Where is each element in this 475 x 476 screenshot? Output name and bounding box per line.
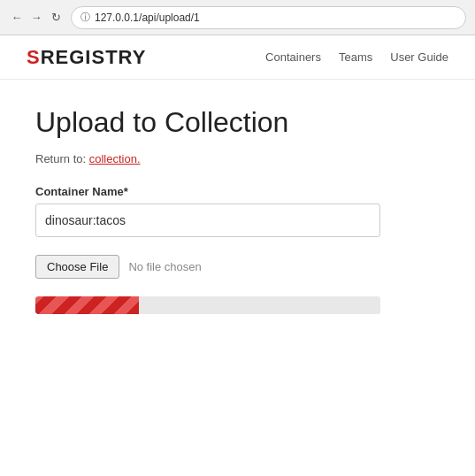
no-file-label: No file chosen xyxy=(128,260,201,273)
brand-logo[interactable]: SREGISTRY xyxy=(27,46,146,69)
choose-file-button[interactable]: Choose File xyxy=(35,255,119,279)
progress-container xyxy=(35,296,380,314)
back-button[interactable]: ← xyxy=(9,10,25,26)
brand-s: S xyxy=(27,46,41,68)
progress-bar xyxy=(35,296,139,314)
url-text: 127.0.0.1/api/upload/1 xyxy=(95,12,200,24)
nav-link-containers[interactable]: Containers xyxy=(265,50,321,64)
nav-links: Containers Teams User Guide xyxy=(265,50,448,64)
main-content: Upload to Collection Return to: collecti… xyxy=(0,80,475,341)
container-name-group: Container Name* xyxy=(35,185,440,237)
return-prefix: Return to: xyxy=(35,152,89,165)
brand-rest: REGISTRY xyxy=(41,46,147,68)
browser-chrome: ← → ↻ ⓘ 127.0.0.1/api/upload/1 xyxy=(0,0,475,35)
navbar: SREGISTRY Containers Teams User Guide xyxy=(0,35,475,80)
address-bar[interactable]: ⓘ 127.0.0.1/api/upload/1 xyxy=(71,6,466,29)
lock-icon: ⓘ xyxy=(80,11,90,24)
forward-button[interactable]: → xyxy=(28,10,44,26)
container-name-input[interactable] xyxy=(35,203,380,237)
container-name-label: Container Name* xyxy=(35,185,440,198)
nav-link-teams[interactable]: Teams xyxy=(339,50,372,64)
return-link-line: Return to: collection. xyxy=(35,152,440,165)
collection-link[interactable]: collection. xyxy=(89,152,141,165)
refresh-button[interactable]: ↻ xyxy=(48,10,64,26)
page-title: Upload to Collection xyxy=(35,106,440,139)
file-input-row: Choose File No file chosen xyxy=(35,255,440,279)
nav-link-user-guide[interactable]: User Guide xyxy=(390,50,448,64)
nav-buttons: ← → ↻ xyxy=(9,10,64,26)
